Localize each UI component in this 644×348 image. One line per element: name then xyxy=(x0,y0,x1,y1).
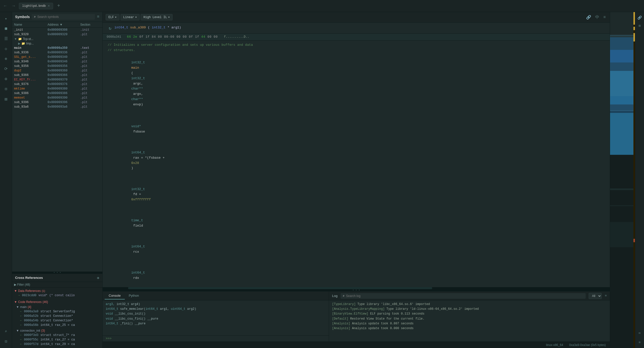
console-line: void __libc_csu_fini() __pure xyxy=(106,317,326,321)
chinese-char-icon[interactable]: 中 xyxy=(594,14,600,21)
chevron-down-icon: ▾ xyxy=(168,15,170,19)
pin-icon[interactable]: ◈ xyxy=(97,276,99,280)
linear-dropdown-btn[interactable]: Linear ▾ xyxy=(120,14,140,20)
xref-data-refs-header[interactable]: ▼ Data References {1} xyxy=(14,289,100,293)
list-item[interactable]: ← 0000a3a9 struct ServerConfig xyxy=(14,309,100,314)
xref-code-refs-section: ▼ Code References {46} ▼ main {4} ← 0000… xyxy=(12,299,102,348)
table-row[interactable]: _init 0x000009308 .init xyxy=(12,28,102,32)
right-icon-quotes[interactable]: " xyxy=(636,331,643,338)
table-row[interactable]: sub_93a6 0x0000093a6 .plt xyxy=(12,105,102,109)
symbols-menu-icon[interactable]: ≡ xyxy=(97,15,99,19)
left-icon-bar: ✦ ⊞ ☰ ◇ ⊕ ⟳ ⚙ ⊟ ▤ ⌕ ⊡ xyxy=(0,12,12,348)
nav-icon-symbols[interactable]: ⊞ xyxy=(2,24,11,33)
symbols-resize-handle[interactable]: • • • xyxy=(12,272,102,274)
log-search[interactable]: ⌕ xyxy=(341,293,586,299)
refresh-icon[interactable]: ↻ xyxy=(109,25,111,31)
code-line: // structures. xyxy=(107,48,606,53)
code-ref-conn-group: ▼ connection_init {3} ← 0000f3d3 struct … xyxy=(14,328,100,347)
list-item[interactable]: ← 0000f57d int64_t rax_29 = ca xyxy=(14,342,100,346)
list-item[interactable]: ← 0000a54b struct Connection* xyxy=(14,318,100,323)
symbols-search-wrap[interactable]: ⌕ xyxy=(32,14,95,20)
xref-data-item[interactable]: → 0023cdd0 void* (* const callo xyxy=(14,293,100,298)
bottom-resize-handle[interactable]: • • • xyxy=(103,289,610,291)
chevron-right-icon: ▶ xyxy=(18,42,20,45)
log-filter-dropdown[interactable]: All xyxy=(589,293,602,299)
code-line: void* fsbase xyxy=(107,113,606,140)
code-main: ELF ▾ Linear ▾ High Level IL ▾ 🔗 中 ≡ xyxy=(103,12,610,348)
right-icon-layers[interactable]: ⊞ xyxy=(636,22,643,29)
nav-icon-grid[interactable]: ⊟ xyxy=(2,84,11,94)
symbols-search-input[interactable] xyxy=(37,15,93,19)
svg-rect-11 xyxy=(610,35,633,111)
svg-rect-1 xyxy=(610,12,633,37)
tab-python[interactable]: Python xyxy=(125,292,143,299)
tab-forward-btn[interactable]: → xyxy=(11,3,17,9)
table-row[interactable]: SSL_get_s... 0x000009340 .plt xyxy=(12,55,102,59)
nav-icon-stack[interactable]: ▤ xyxy=(2,95,11,104)
add-tab-button[interactable]: + xyxy=(55,3,62,9)
col-name: Name xyxy=(14,23,48,26)
table-row[interactable]: sub_9356 0x000009356 .plt xyxy=(12,64,102,68)
log-panel: Log ⌕ All ≡ [TypeLibrary] Type librar xyxy=(329,291,610,341)
log-line: [Analysis] Analysis update took 0.807 se… xyxy=(332,321,607,326)
nav-icon-search[interactable]: ⌕ xyxy=(2,327,11,336)
nav-icon-tag[interactable]: ◇ xyxy=(2,44,11,53)
list-item-tcp-group[interactable]: ▼ 📁 Tcp-st... xyxy=(12,37,102,41)
elf-dropdown-btn[interactable]: ELF ▾ xyxy=(106,14,119,20)
arrow-icon: → xyxy=(18,294,20,297)
nav-icon-settings[interactable]: ⚙ xyxy=(2,74,11,83)
symbols-title: Symbols xyxy=(15,15,30,19)
address-range-label: 0xa3a9-0xa3ae (0x5 bytes) xyxy=(569,343,606,347)
console-input[interactable] xyxy=(113,337,326,340)
table-row[interactable]: dup2 0x000009360 .plt xyxy=(12,68,102,73)
code-horiz-scrollbar[interactable] xyxy=(103,287,610,289)
tab-lighttpd[interactable]: lighttpd.bndb × xyxy=(19,3,53,9)
table-row[interactable]: sub_9346 0x000009346 .plt xyxy=(12,59,102,64)
hlil-dropdown-btn[interactable]: High Level IL ▾ xyxy=(141,14,173,20)
list-item[interactable]: ← 0000a52b struct Connection* xyxy=(14,314,100,318)
list-item-imp-group[interactable]: ▶ 📁 Imp... xyxy=(12,41,102,46)
log-line: [BinaryView.ElfView] ELF parsing took 0.… xyxy=(332,312,607,316)
list-item[interactable]: ← 0000f3d3 struct struct_7* ra xyxy=(14,333,100,337)
table-row[interactable]: sub_9386 0x000009386 .plt xyxy=(12,91,102,96)
menu-icon[interactable]: ≡ xyxy=(602,14,607,21)
log-search-input[interactable] xyxy=(346,294,584,298)
link-icon[interactable]: 🔗 xyxy=(585,14,592,21)
main-content: ELF ▾ Linear ▾ High Level IL ▾ 🔗 中 ≡ xyxy=(103,12,644,348)
table-row[interactable]: sub_9320 0x000009320 .plt xyxy=(12,32,102,37)
nav-icon-disasm[interactable]: ☰ xyxy=(2,34,11,43)
bottom-panels: Console Python arg3, int32_t arg4) int64… xyxy=(103,291,610,341)
nav-icon-branches[interactable]: ⟳ xyxy=(2,64,11,73)
table-row[interactable]: memset 0x000009390 .plt xyxy=(12,96,102,100)
right-icon-menu[interactable]: ≡ xyxy=(636,339,643,346)
tab-back-btn[interactable]: ← xyxy=(2,3,9,9)
table-row[interactable]: sub_9396 0x000009396 .plt xyxy=(12,100,102,105)
table-row[interactable]: sub_9366 0x000009366 .plt xyxy=(12,73,102,77)
nav-icon-refs[interactable]: ⊕ xyxy=(2,54,11,63)
folder-icon: 📁 xyxy=(18,37,22,41)
right-icon-link[interactable]: 🔗 xyxy=(636,14,643,21)
arrow-icon: ← xyxy=(20,310,22,313)
xref-panel: Cross References ◈ ▶ Filter (48) ▼ Data … xyxy=(12,274,102,348)
chevron-down-icon: ▾ xyxy=(135,15,137,19)
list-item[interactable]: ← 0000f55c int64_t rax_27 = ca xyxy=(14,337,100,342)
log-menu-icon[interactable]: ≡ xyxy=(605,294,607,298)
tab-console[interactable]: Console xyxy=(105,292,125,299)
table-row[interactable]: sub_9336 0x000009336 .plt xyxy=(12,50,102,55)
table-row[interactable]: mktime 0x000009380 .plt xyxy=(12,86,102,91)
xref-filter[interactable]: ▶ Filter (48) xyxy=(12,282,102,288)
code-ref-main-header[interactable]: ▼ main {4} xyxy=(14,305,100,309)
code-ref-conn-header[interactable]: ▼ connection_init {3} xyxy=(14,328,100,333)
table-row[interactable]: EC_KEY_fr... 0x000009370 .plt xyxy=(12,77,102,82)
close-icon[interactable]: × xyxy=(48,4,50,8)
table-row[interactable]: main 0x00000a350 .text xyxy=(12,46,102,50)
nav-icon-console[interactable]: ⊡ xyxy=(2,337,11,346)
search-icon: ⌕ xyxy=(343,294,345,298)
minimap[interactable] xyxy=(610,12,635,348)
list-item[interactable]: ← 0000a56b int64_t rax_25 = ca xyxy=(14,323,100,327)
code-area[interactable]: // Initializes a server configuration an… xyxy=(103,40,610,289)
table-row[interactable]: sub_9376 0x000009376 .plt xyxy=(12,82,102,86)
xref-code-refs-header[interactable]: ▼ Code References {46} xyxy=(14,300,100,304)
nav-icon-logo[interactable]: ✦ xyxy=(2,14,11,23)
minimap-svg xyxy=(610,12,635,348)
